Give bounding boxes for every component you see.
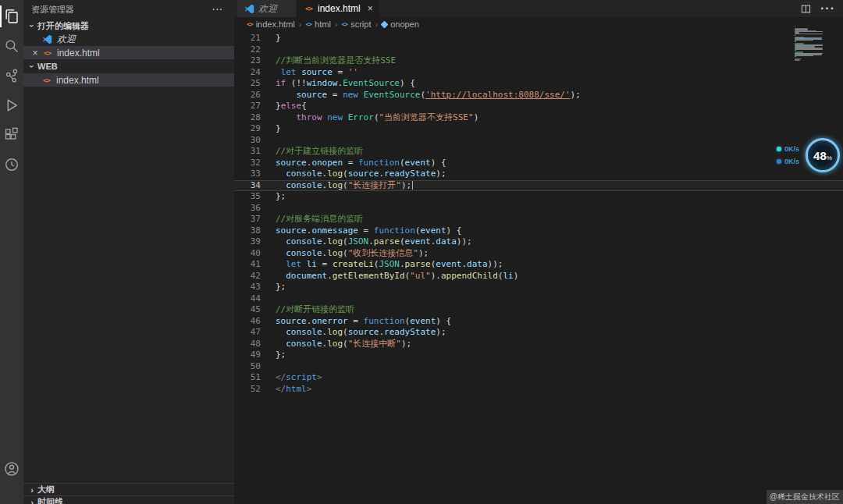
code-line[interactable]: 46source.onerror = function(event) { xyxy=(234,316,843,328)
code-line[interactable]: 52</html> xyxy=(234,384,843,396)
code-line[interactable]: 30 xyxy=(234,135,843,147)
line-number: 33 xyxy=(234,169,261,180)
code-line[interactable]: 40 console.log("收到长连接信息"); xyxy=(234,248,843,260)
file-name: 欢迎 xyxy=(57,33,76,46)
code-line[interactable]: 48 console.log("长连接中断"); xyxy=(234,339,843,350)
code-line[interactable]: 27}else{ xyxy=(234,101,843,112)
line-number: 42 xyxy=(234,271,261,282)
tab-actions: ··· xyxy=(801,0,835,17)
speed-value: 0K/s xyxy=(784,145,799,153)
speed-value: 0K/s xyxy=(784,158,799,165)
close-icon[interactable]: × xyxy=(30,48,41,59)
code-line[interactable]: 38source.onmessage = function(event) { xyxy=(234,225,843,237)
code-line[interactable]: 28 throw new Error("当前浏览器不支持SSE") xyxy=(234,112,843,124)
line-number: 31 xyxy=(234,146,261,158)
source-control-icon[interactable] xyxy=(0,61,23,91)
code-line[interactable]: 45//对断开链接的监听 xyxy=(234,304,843,316)
line-number: 44 xyxy=(234,293,261,305)
search-icon[interactable] xyxy=(0,31,23,61)
line-number: 30 xyxy=(234,135,261,147)
close-icon[interactable]: × xyxy=(368,4,373,13)
html-file-icon: <> xyxy=(41,76,52,84)
breadcrumb-item[interactable]: <>script xyxy=(342,20,372,29)
line-number: 25 xyxy=(234,78,261,90)
editor-tab[interactable]: 欢迎× xyxy=(237,0,296,17)
tab-label: 欢迎 xyxy=(258,2,277,16)
code-line[interactable]: 43}; xyxy=(234,282,843,293)
watermark: @稀土掘金技术社区 xyxy=(767,490,843,504)
chevron-right-icon: › xyxy=(375,20,378,29)
minimap[interactable] xyxy=(795,26,824,61)
html-element-icon: <> xyxy=(305,21,311,28)
code-line[interactable]: 44 xyxy=(234,293,843,305)
line-number: 41 xyxy=(234,259,261,271)
line-number: 22 xyxy=(234,44,261,56)
code-line[interactable]: 51</script> xyxy=(234,372,843,384)
timeline-section[interactable]: ›时间线 xyxy=(23,495,234,504)
account-icon[interactable] xyxy=(0,454,23,484)
breadcrumb-item[interactable]: <>html xyxy=(305,20,330,29)
line-number: 28 xyxy=(234,112,261,124)
clock-icon[interactable] xyxy=(0,150,23,179)
code-line[interactable]: 35}; xyxy=(234,191,843,203)
code-line[interactable]: 33 console.log(source.readyState); xyxy=(234,169,843,180)
network-speeds: 0K/s0K/s xyxy=(777,145,799,165)
chevron-down-icon: › xyxy=(27,20,37,31)
code-line[interactable]: 47 console.log(source.readyState); xyxy=(234,327,843,339)
explorer-icon[interactable] xyxy=(0,2,23,31)
explorer-sidebar: 资源管理器 ··· ›打开的编辑器×欢迎×<>index.html›WEB<>i… xyxy=(23,0,234,504)
line-number: 32 xyxy=(234,158,261,169)
breadcrumb-item[interactable]: <>index.html xyxy=(247,20,295,29)
code-line[interactable]: 26 source = new EventSource('http://loca… xyxy=(234,90,843,101)
chevron-right-icon: › xyxy=(27,498,37,504)
line-number: 49 xyxy=(234,350,261,361)
usage-gauge[interactable]: 48 % xyxy=(806,138,840,172)
line-number: 37 xyxy=(234,214,261,225)
folder-header[interactable]: ›WEB xyxy=(23,59,234,73)
folder-header-label: WEB xyxy=(37,62,58,71)
code-line[interactable]: 34 console.log("长连接打开"); xyxy=(234,180,843,192)
code-line[interactable]: 24 let source = '' xyxy=(234,67,843,79)
line-number: 39 xyxy=(234,236,261,248)
code-line[interactable]: 50 xyxy=(234,361,843,373)
code-line[interactable]: 31//对于建立链接的监听 xyxy=(234,146,843,158)
code-line[interactable]: 32source.onopen = function(event) { xyxy=(234,158,843,169)
code-line[interactable]: 22 xyxy=(234,44,843,56)
outline-section-label: 大纲 xyxy=(37,484,55,495)
code-line[interactable]: 29} xyxy=(234,123,843,135)
open-editor-item[interactable]: ×<>index.html xyxy=(23,46,234,59)
outline-section[interactable]: ›大纲 xyxy=(23,483,234,495)
code-line[interactable]: 42 document.getElementById("ul").appendC… xyxy=(234,271,843,282)
sidebar-content: ›打开的编辑器×欢迎×<>index.html›WEB<>index.html xyxy=(23,19,234,87)
editor-more-icon[interactable]: ··· xyxy=(820,2,835,16)
open-editor-item[interactable]: ×欢迎 xyxy=(23,33,234,46)
code-line[interactable]: 25if (!!window.EventSource) { xyxy=(234,78,843,90)
script-element-icon: <> xyxy=(342,21,348,28)
chevron-right-icon: › xyxy=(299,20,302,29)
code-editor[interactable]: 21}2223//判断当前浏览器是否支持SSE24 let source = '… xyxy=(234,31,843,504)
line-number: 23 xyxy=(234,55,261,67)
split-editor-icon[interactable] xyxy=(801,4,811,14)
html-file-icon: <> xyxy=(247,21,253,28)
code-line[interactable]: 21} xyxy=(234,33,843,44)
code-line[interactable]: 39 console.log(JSON.parse(event.data)); xyxy=(234,236,843,248)
tab-bar: 欢迎×<>index.html× ··· xyxy=(234,0,843,17)
code-line[interactable]: 41 let li = createLi(JSON.parse(event.da… xyxy=(234,259,843,271)
line-number: 40 xyxy=(234,248,261,260)
file-item[interactable]: <>index.html xyxy=(23,73,234,87)
more-actions-icon[interactable]: ··· xyxy=(212,5,223,14)
speed-dot-icon xyxy=(777,159,781,164)
code-line[interactable]: 49}; xyxy=(234,350,843,361)
code-line[interactable]: 36 xyxy=(234,203,843,215)
run-debug-icon[interactable] xyxy=(0,91,23,120)
code-line[interactable]: 37//对服务端消息的监听 xyxy=(234,214,843,225)
open-editors-header[interactable]: ›打开的编辑器 xyxy=(23,19,234,33)
breadcrumb: <>index.html›<>html›<>script›onopen xyxy=(234,17,843,31)
chevron-right-icon: › xyxy=(335,20,338,29)
breadcrumb-item[interactable]: onopen xyxy=(382,20,419,29)
line-number: 46 xyxy=(234,316,261,328)
line-number: 24 xyxy=(234,67,261,79)
code-line[interactable]: 23//判断当前浏览器是否支持SSE xyxy=(234,55,843,67)
editor-tab[interactable]: <>index.html× xyxy=(297,0,379,17)
extensions-icon[interactable] xyxy=(0,120,23,150)
